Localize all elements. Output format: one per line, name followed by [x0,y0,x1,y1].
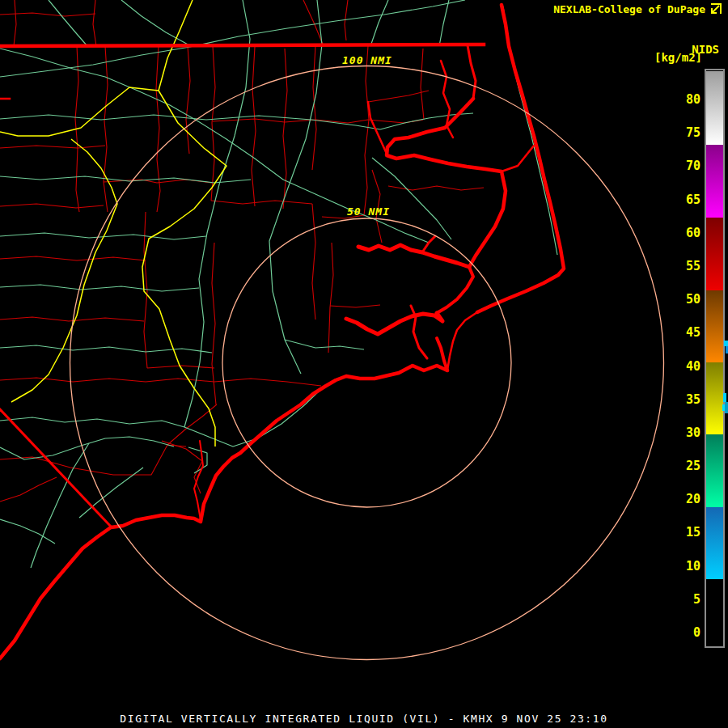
colorbar-tick-label: 70 [667,159,700,173]
colorbar-tick-label: 45 [667,325,700,340]
colorbar-segment [706,362,723,435]
va-nc-border [0,44,484,46]
colorbar-segment [706,579,723,642]
colorbar-segment [706,290,723,362]
pamlico-south-shore [437,267,473,313]
southwest-coast [0,366,447,658]
colorbar-segment [706,145,723,218]
radar-map [0,0,728,728]
colorbar-tick-label: 60 [667,226,700,240]
colorbar-tick-label: 35 [667,392,700,407]
pasquotank-squiggle [441,61,453,138]
pamlico-river [358,245,469,267]
colorbar-tick-label: 5 [667,592,700,607]
colorbar-segment [706,71,723,145]
neuse-river [346,313,442,334]
road-lines [0,0,557,568]
currituck-shore [468,45,476,99]
colorbar-tick-label: 10 [667,559,700,574]
colorbar-tick-label: 65 [667,193,700,207]
range-rings [70,66,664,660]
colorbar-tick-label: 15 [667,525,700,540]
pungo-fork [422,236,435,252]
ring-50nmi [222,218,511,507]
echo-pixel [724,341,728,346]
colorbar-tick-label: 20 [667,492,700,506]
nc-sc-border [0,409,111,527]
colorbar-segment [706,507,723,579]
colorbar-segment [706,218,723,290]
colorbar-tick-label: 30 [667,425,700,440]
range-ring-label-50nmi: 50 NMI [347,205,390,218]
outer-banks [477,5,564,312]
colorbar-tick-label: 25 [667,459,700,473]
echo-pixel [725,402,728,413]
roanoke-island-link [502,146,534,171]
range-ring-label-100nmi: 100 NMI [342,54,392,66]
arrow-box-icon [709,2,722,16]
colorbar-tick-label: 55 [667,259,700,273]
page-title: NEXLAB-College of DuPage [553,3,705,15]
echo-pixel [723,393,726,402]
colorbar-tick-label: 0 [667,625,700,640]
colorbar [705,69,725,648]
colorbar-tick-label: 75 [667,125,700,140]
coastline [0,5,564,658]
core-banks [447,312,477,370]
product-title: DIGITAL VERTICALLY INTEGRATED LIQUID (VI… [0,713,728,725]
radar-display: NEXLAB-College of DuPage NIDS [kg/m2] 10… [0,0,728,728]
colorbar-tick-label: 50 [667,292,700,307]
colorbar-tick-label: 40 [667,359,700,374]
colorbar-segment [706,434,723,507]
ring-100nmi [70,66,664,660]
colorbar-unit-label2: [kg/m2] [654,51,702,64]
echo-pixel [722,404,725,411]
colorbar-tick-label: 80 [667,92,700,107]
